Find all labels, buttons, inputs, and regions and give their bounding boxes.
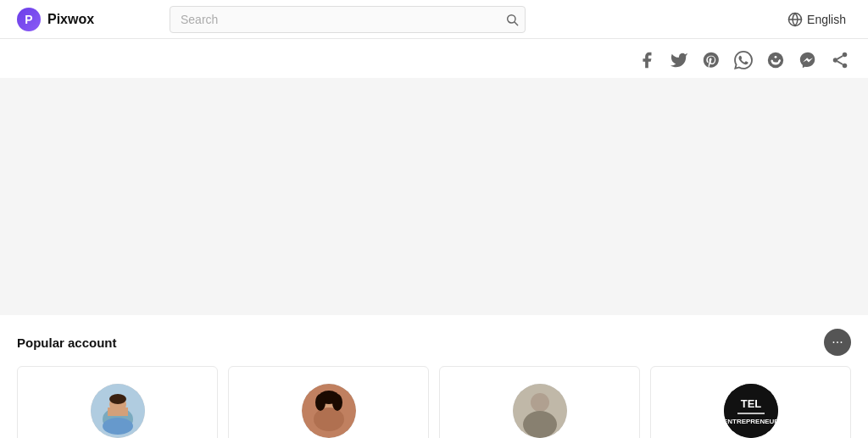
svg-text:ENTREPRENEUR: ENTREPRENEUR [724,418,778,425]
twitter-share-icon[interactable] [668,49,690,71]
avatar-image-brie [302,384,356,438]
pinterest-share-icon[interactable] [700,49,722,71]
svg-point-16 [103,418,133,435]
globe-icon [787,12,803,27]
svg-point-27 [724,384,778,438]
search-icon [505,13,519,26]
logo-icon: P [17,8,41,31]
svg-rect-26 [531,413,548,426]
avatar-brie [302,384,356,438]
more-share-icon[interactable] [829,49,851,71]
account-card-tel[interactable]: TEL ENTREPRENEUR @the.entrepreneur.lab [650,366,851,438]
facebook-share-icon[interactable] [636,49,658,71]
svg-point-4 [768,53,783,68]
share-bar [0,39,868,78]
more-dots: ··· [832,335,843,350]
svg-point-5 [775,56,777,58]
search-input[interactable] [170,6,526,33]
avatar-tel: TEL ENTREPRENEUR [724,384,778,438]
language-label: English [807,13,846,26]
svg-text:TEL: TEL [740,397,761,410]
account-card-niennajade[interactable]: @niennajade [17,366,218,438]
svg-point-7 [833,58,838,63]
avatar-image-therock [513,384,567,438]
popular-title: Popular account [17,335,117,350]
logo-text: Pixwox [47,12,94,27]
site-header: P Pixwox English [0,0,868,39]
popular-more-button[interactable]: ··· [824,329,851,356]
svg-point-22 [332,394,342,411]
account-card-therock[interactable]: @therock [439,366,640,438]
svg-rect-14 [108,408,128,416]
svg-line-10 [837,56,843,59]
reddit-share-icon[interactable] [765,49,787,71]
svg-point-15 [109,394,126,404]
logo-area: P Pixwox [17,8,153,31]
svg-point-6 [843,53,848,58]
svg-line-1 [515,22,518,25]
search-area [170,6,526,33]
svg-point-19 [314,408,344,431]
popular-section: Popular account ··· @niennajade [0,315,868,438]
svg-point-24 [531,393,549,412]
svg-line-9 [837,61,843,64]
avatar-image-niennajade [91,384,145,438]
search-button[interactable] [505,13,519,26]
account-card-brie[interactable]: @brie [228,366,429,438]
messenger-share-icon[interactable] [797,49,819,71]
whatsapp-share-icon[interactable] [732,49,754,71]
avatar-niennajade [91,384,145,438]
svg-point-21 [315,394,326,411]
avatar-image-tel: TEL ENTREPRENEUR [724,384,778,438]
accounts-grid: @niennajade @brie [17,366,851,438]
language-button[interactable]: English [782,8,851,30]
main-content-area [0,78,868,315]
avatar-therock [513,384,567,438]
svg-point-8 [843,64,848,69]
header-right: English [782,8,851,30]
popular-header: Popular account ··· [17,329,851,356]
